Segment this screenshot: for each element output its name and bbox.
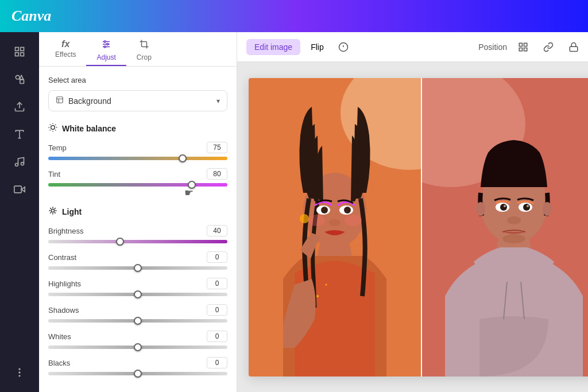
sidebar-item-video[interactable] (7, 177, 32, 202)
svg-point-59 (344, 207, 351, 214)
white-balance-icon (48, 123, 57, 134)
brightness-label: Brightness (48, 227, 83, 235)
svg-point-21 (107, 44, 109, 45)
svg-line-40 (50, 212, 51, 214)
background-select[interactable]: Background ▾ (48, 90, 227, 111)
svg-point-61 (308, 215, 325, 226)
light-icon (48, 206, 57, 217)
sidebar-item-text[interactable] (7, 122, 32, 147)
svg-rect-23 (57, 97, 63, 103)
highlights-slider[interactable] (48, 293, 227, 296)
image-left (249, 78, 421, 377)
svg-point-20 (104, 41, 106, 42)
position-label: Position (478, 42, 507, 52)
svg-line-27 (50, 125, 51, 125)
temp-value[interactable]: 75 (207, 142, 227, 153)
shadows-thumb[interactable] (134, 317, 142, 325)
white-balance-label: White balance (62, 124, 116, 133)
svg-rect-48 (524, 48, 527, 51)
svg-line-41 (55, 208, 56, 209)
temp-slider-row: Temp 75 (48, 142, 227, 160)
svg-point-62 (345, 215, 362, 226)
adjust-icon (101, 39, 111, 52)
brightness-slider[interactable] (48, 240, 227, 243)
tab-effects[interactable]: fx Effects (45, 32, 86, 66)
svg-rect-45 (519, 43, 522, 46)
tab-crop-label: Crop (137, 53, 152, 61)
sidebar-item-upload[interactable] (7, 94, 32, 119)
svg-rect-47 (519, 48, 522, 51)
blacks-label: Blacks (48, 359, 70, 367)
flip-button[interactable]: Flip (303, 39, 332, 55)
background-select-icon (56, 96, 64, 106)
position-grid-button[interactable] (514, 38, 532, 56)
svg-point-53 (326, 284, 327, 285)
link-button[interactable] (539, 38, 558, 56)
tab-effects-label: Effects (55, 51, 76, 59)
whites-slider[interactable] (48, 346, 227, 349)
tab-crop[interactable]: Crop (126, 32, 162, 66)
effects-icon: fx (61, 39, 69, 49)
svg-point-60 (329, 219, 341, 226)
svg-rect-13 (14, 186, 21, 193)
whites-label: Whites (48, 332, 71, 341)
svg-rect-49 (570, 46, 578, 51)
contrast-slider[interactable] (48, 266, 227, 270)
brightness-thumb[interactable] (116, 238, 124, 246)
blacks-slider[interactable] (48, 372, 227, 375)
white-balance-section-title: White balance (48, 123, 227, 134)
contrast-thumb[interactable] (134, 264, 142, 272)
highlights-thumb[interactable] (134, 290, 142, 298)
whites-thumb[interactable] (134, 343, 142, 351)
shadows-slider[interactable] (48, 319, 227, 323)
canvas-area: Edit image Flip Position (237, 32, 588, 392)
shadows-label: Shadows (48, 306, 79, 315)
svg-point-73 (507, 216, 521, 224)
svg-point-74 (502, 234, 525, 243)
blacks-thumb[interactable] (134, 370, 142, 378)
whites-slider-row: Whites 0 (48, 331, 227, 349)
svg-rect-1 (21, 48, 24, 51)
light-section-title: Light (48, 206, 227, 217)
whites-value[interactable]: 0 (207, 331, 227, 342)
svg-rect-6 (20, 80, 24, 84)
temp-thumb[interactable] (179, 154, 187, 162)
image-preview (249, 78, 588, 377)
svg-point-10 (16, 164, 18, 166)
edit-image-button[interactable]: Edit image (246, 39, 300, 55)
brightness-slider-row: Brightness 40 (48, 225, 227, 243)
blacks-value[interactable]: 0 (207, 357, 227, 368)
shadows-value[interactable]: 0 (207, 304, 227, 316)
sidebar-item-more[interactable] (7, 360, 32, 385)
temp-label: Temp (48, 143, 67, 152)
image-right (422, 78, 588, 377)
svg-point-33 (51, 209, 54, 212)
highlights-label: Highlights (48, 280, 81, 288)
contrast-value[interactable]: 0 (207, 251, 227, 263)
svg-marker-5 (20, 75, 24, 79)
svg-point-14 (19, 368, 20, 370)
sidebar-item-music[interactable] (7, 149, 32, 174)
sidebar-item-grid[interactable] (7, 39, 32, 64)
svg-line-36 (50, 208, 51, 209)
highlights-slider-row: Highlights 0 (48, 278, 227, 296)
contrast-slider-row: Contrast 0 (48, 251, 227, 270)
svg-marker-12 (21, 187, 25, 192)
select-area-label: Select area (48, 76, 227, 84)
light-label: Light (62, 207, 82, 216)
info-button[interactable] (334, 38, 353, 56)
main-layout: fx Effects Adjust (0, 32, 588, 392)
crop-icon (139, 39, 149, 52)
brightness-value[interactable]: 40 (207, 225, 227, 236)
tint-value[interactable]: 80 (207, 168, 227, 180)
icon-sidebar (0, 32, 39, 392)
svg-line-37 (55, 212, 56, 214)
temp-slider[interactable] (48, 157, 227, 160)
highlights-value[interactable]: 0 (207, 278, 227, 289)
svg-point-63 (300, 214, 309, 223)
svg-rect-0 (16, 48, 19, 51)
toolbar-right: Position (478, 38, 588, 56)
sidebar-item-elements[interactable] (7, 67, 32, 92)
lock-button[interactable] (564, 38, 583, 56)
tab-adjust[interactable]: Adjust (86, 32, 126, 66)
